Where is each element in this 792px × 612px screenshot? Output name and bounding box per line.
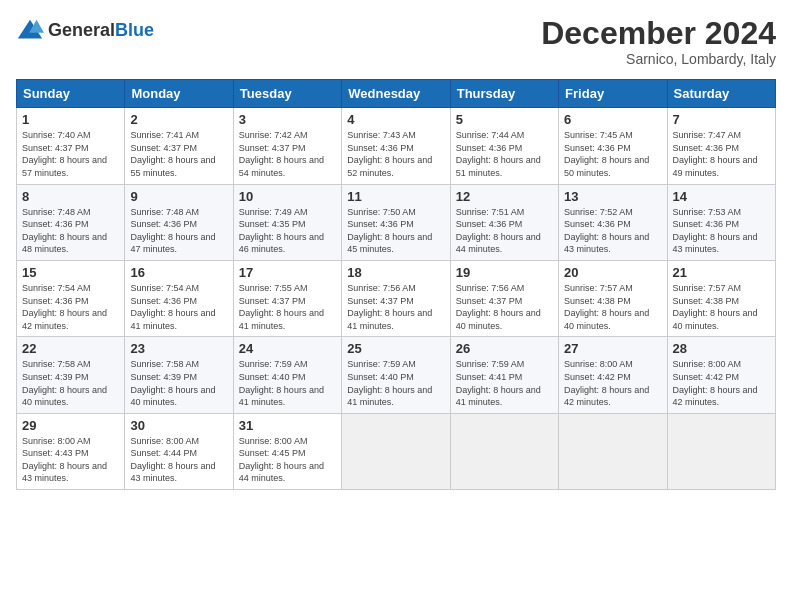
calendar-cell: 9Sunrise: 7:48 AMSunset: 4:36 PMDaylight… — [125, 184, 233, 260]
calendar-cell: 28Sunrise: 8:00 AMSunset: 4:42 PMDayligh… — [667, 337, 775, 413]
day-number: 10 — [239, 189, 336, 204]
calendar-cell: 25Sunrise: 7:59 AMSunset: 4:40 PMDayligh… — [342, 337, 450, 413]
day-info: Sunrise: 7:59 AMSunset: 4:40 PMDaylight:… — [239, 358, 336, 408]
calendar-week-3: 15Sunrise: 7:54 AMSunset: 4:36 PMDayligh… — [17, 260, 776, 336]
calendar-cell: 10Sunrise: 7:49 AMSunset: 4:35 PMDayligh… — [233, 184, 341, 260]
calendar-cell: 7Sunrise: 7:47 AMSunset: 4:36 PMDaylight… — [667, 108, 775, 184]
day-number: 5 — [456, 112, 553, 127]
day-number: 28 — [673, 341, 770, 356]
logo-blue: Blue — [115, 20, 154, 40]
day-info: Sunrise: 7:49 AMSunset: 4:35 PMDaylight:… — [239, 206, 336, 256]
day-number: 8 — [22, 189, 119, 204]
day-number: 24 — [239, 341, 336, 356]
day-number: 9 — [130, 189, 227, 204]
day-number: 30 — [130, 418, 227, 433]
calendar-header-row: SundayMondayTuesdayWednesdayThursdayFrid… — [17, 80, 776, 108]
calendar-cell: 17Sunrise: 7:55 AMSunset: 4:37 PMDayligh… — [233, 260, 341, 336]
day-info: Sunrise: 7:40 AMSunset: 4:37 PMDaylight:… — [22, 129, 119, 179]
day-number: 1 — [22, 112, 119, 127]
day-info: Sunrise: 8:00 AMSunset: 4:45 PMDaylight:… — [239, 435, 336, 485]
day-number: 27 — [564, 341, 661, 356]
calendar-week-5: 29Sunrise: 8:00 AMSunset: 4:43 PMDayligh… — [17, 413, 776, 489]
day-header-saturday: Saturday — [667, 80, 775, 108]
day-info: Sunrise: 8:00 AMSunset: 4:43 PMDaylight:… — [22, 435, 119, 485]
day-info: Sunrise: 7:43 AMSunset: 4:36 PMDaylight:… — [347, 129, 444, 179]
day-info: Sunrise: 8:00 AMSunset: 4:42 PMDaylight:… — [564, 358, 661, 408]
calendar-cell: 30Sunrise: 8:00 AMSunset: 4:44 PMDayligh… — [125, 413, 233, 489]
day-info: Sunrise: 7:57 AMSunset: 4:38 PMDaylight:… — [673, 282, 770, 332]
day-number: 4 — [347, 112, 444, 127]
day-info: Sunrise: 7:55 AMSunset: 4:37 PMDaylight:… — [239, 282, 336, 332]
calendar-cell: 27Sunrise: 8:00 AMSunset: 4:42 PMDayligh… — [559, 337, 667, 413]
calendar-cell — [342, 413, 450, 489]
day-info: Sunrise: 7:52 AMSunset: 4:36 PMDaylight:… — [564, 206, 661, 256]
day-header-thursday: Thursday — [450, 80, 558, 108]
calendar-cell: 6Sunrise: 7:45 AMSunset: 4:36 PMDaylight… — [559, 108, 667, 184]
day-header-tuesday: Tuesday — [233, 80, 341, 108]
calendar-subtitle: Sarnico, Lombardy, Italy — [541, 51, 776, 67]
calendar-table: SundayMondayTuesdayWednesdayThursdayFrid… — [16, 79, 776, 490]
day-number: 18 — [347, 265, 444, 280]
day-number: 13 — [564, 189, 661, 204]
day-number: 26 — [456, 341, 553, 356]
calendar-cell: 24Sunrise: 7:59 AMSunset: 4:40 PMDayligh… — [233, 337, 341, 413]
day-info: Sunrise: 7:56 AMSunset: 4:37 PMDaylight:… — [456, 282, 553, 332]
calendar-cell: 1Sunrise: 7:40 AMSunset: 4:37 PMDaylight… — [17, 108, 125, 184]
day-number: 3 — [239, 112, 336, 127]
day-number: 23 — [130, 341, 227, 356]
calendar-cell: 21Sunrise: 7:57 AMSunset: 4:38 PMDayligh… — [667, 260, 775, 336]
calendar-cell: 5Sunrise: 7:44 AMSunset: 4:36 PMDaylight… — [450, 108, 558, 184]
calendar-cell: 2Sunrise: 7:41 AMSunset: 4:37 PMDaylight… — [125, 108, 233, 184]
calendar-cell: 14Sunrise: 7:53 AMSunset: 4:36 PMDayligh… — [667, 184, 775, 260]
day-number: 20 — [564, 265, 661, 280]
day-number: 11 — [347, 189, 444, 204]
logo-general: General — [48, 20, 115, 40]
day-number: 15 — [22, 265, 119, 280]
day-number: 21 — [673, 265, 770, 280]
day-info: Sunrise: 7:45 AMSunset: 4:36 PMDaylight:… — [564, 129, 661, 179]
day-header-sunday: Sunday — [17, 80, 125, 108]
calendar-cell: 29Sunrise: 8:00 AMSunset: 4:43 PMDayligh… — [17, 413, 125, 489]
calendar-cell: 13Sunrise: 7:52 AMSunset: 4:36 PMDayligh… — [559, 184, 667, 260]
day-info: Sunrise: 7:48 AMSunset: 4:36 PMDaylight:… — [130, 206, 227, 256]
day-info: Sunrise: 7:42 AMSunset: 4:37 PMDaylight:… — [239, 129, 336, 179]
day-info: Sunrise: 7:58 AMSunset: 4:39 PMDaylight:… — [22, 358, 119, 408]
calendar-cell — [559, 413, 667, 489]
day-info: Sunrise: 7:53 AMSunset: 4:36 PMDaylight:… — [673, 206, 770, 256]
day-number: 7 — [673, 112, 770, 127]
day-info: Sunrise: 7:54 AMSunset: 4:36 PMDaylight:… — [22, 282, 119, 332]
logo-icon — [16, 16, 44, 44]
day-info: Sunrise: 7:57 AMSunset: 4:38 PMDaylight:… — [564, 282, 661, 332]
calendar-cell: 11Sunrise: 7:50 AMSunset: 4:36 PMDayligh… — [342, 184, 450, 260]
day-info: Sunrise: 7:51 AMSunset: 4:36 PMDaylight:… — [456, 206, 553, 256]
calendar-cell: 22Sunrise: 7:58 AMSunset: 4:39 PMDayligh… — [17, 337, 125, 413]
day-number: 25 — [347, 341, 444, 356]
calendar-cell: 8Sunrise: 7:48 AMSunset: 4:36 PMDaylight… — [17, 184, 125, 260]
day-number: 6 — [564, 112, 661, 127]
calendar-cell: 15Sunrise: 7:54 AMSunset: 4:36 PMDayligh… — [17, 260, 125, 336]
title-block: December 2024 Sarnico, Lombardy, Italy — [541, 16, 776, 67]
day-number: 2 — [130, 112, 227, 127]
calendar-cell: 26Sunrise: 7:59 AMSunset: 4:41 PMDayligh… — [450, 337, 558, 413]
day-header-monday: Monday — [125, 80, 233, 108]
calendar-week-4: 22Sunrise: 7:58 AMSunset: 4:39 PMDayligh… — [17, 337, 776, 413]
day-info: Sunrise: 7:59 AMSunset: 4:40 PMDaylight:… — [347, 358, 444, 408]
calendar-week-2: 8Sunrise: 7:48 AMSunset: 4:36 PMDaylight… — [17, 184, 776, 260]
calendar-week-1: 1Sunrise: 7:40 AMSunset: 4:37 PMDaylight… — [17, 108, 776, 184]
calendar-cell: 12Sunrise: 7:51 AMSunset: 4:36 PMDayligh… — [450, 184, 558, 260]
day-number: 19 — [456, 265, 553, 280]
calendar-cell: 16Sunrise: 7:54 AMSunset: 4:36 PMDayligh… — [125, 260, 233, 336]
day-info: Sunrise: 7:48 AMSunset: 4:36 PMDaylight:… — [22, 206, 119, 256]
day-info: Sunrise: 7:47 AMSunset: 4:36 PMDaylight:… — [673, 129, 770, 179]
day-number: 22 — [22, 341, 119, 356]
day-number: 16 — [130, 265, 227, 280]
day-info: Sunrise: 8:00 AMSunset: 4:44 PMDaylight:… — [130, 435, 227, 485]
day-info: Sunrise: 7:44 AMSunset: 4:36 PMDaylight:… — [456, 129, 553, 179]
day-number: 29 — [22, 418, 119, 433]
day-number: 12 — [456, 189, 553, 204]
calendar-cell: 20Sunrise: 7:57 AMSunset: 4:38 PMDayligh… — [559, 260, 667, 336]
calendar-cell: 23Sunrise: 7:58 AMSunset: 4:39 PMDayligh… — [125, 337, 233, 413]
day-header-wednesday: Wednesday — [342, 80, 450, 108]
day-info: Sunrise: 7:58 AMSunset: 4:39 PMDaylight:… — [130, 358, 227, 408]
calendar-cell: 3Sunrise: 7:42 AMSunset: 4:37 PMDaylight… — [233, 108, 341, 184]
